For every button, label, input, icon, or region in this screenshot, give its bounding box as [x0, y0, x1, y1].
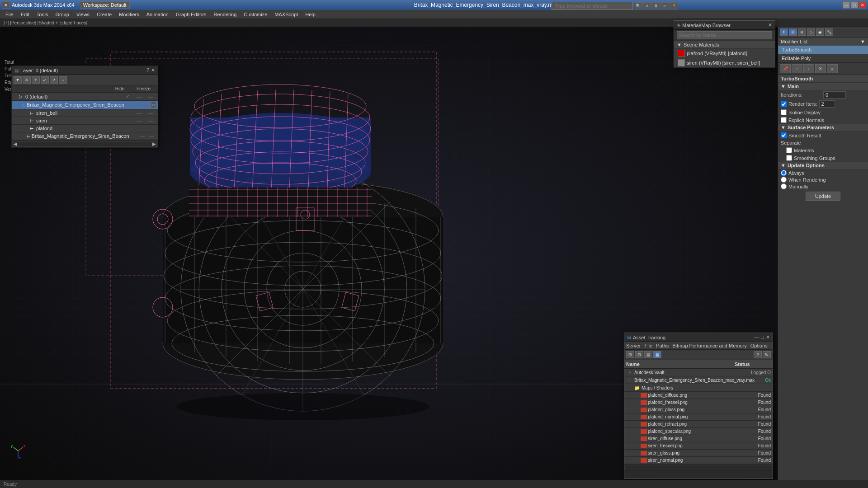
layers-scroll-left[interactable]: ◀ [14, 141, 17, 146]
workspace-selector[interactable]: Workspace: Default [80, 1, 130, 9]
rp-modify-icon[interactable]: ⚙ [789, 28, 797, 36]
mod-up-btn[interactable]: ↑ [792, 64, 802, 73]
menu-edit[interactable]: Edit [17, 11, 33, 18]
render-iters-checkbox[interactable] [781, 101, 787, 107]
layer-row-2[interactable]: ⊢ siren_bell — — [12, 109, 158, 117]
render-iters-input[interactable] [819, 100, 835, 108]
mod-down-btn[interactable]: ↓ [803, 64, 814, 73]
layers-scrollbar-track[interactable] [17, 142, 152, 146]
asset-row-map-2[interactable]: plafond_gloss.png Found [624, 406, 773, 413]
smooth-result-checkbox[interactable] [781, 132, 787, 138]
menu-create[interactable]: Create [93, 11, 115, 18]
layers-scroll-right[interactable]: ▶ [152, 141, 156, 146]
layer-row-1[interactable]: ⊞ Britax_Magnetic_Emergency_Siren_Beacon… [12, 101, 158, 109]
rp-utilities-icon[interactable]: 🔧 [825, 28, 833, 36]
update-button[interactable]: Update [806, 192, 840, 201]
asset-menu-paths[interactable]: Paths [656, 343, 669, 348]
menu-tools[interactable]: Tools [33, 11, 52, 18]
layer-row-0[interactable]: ▷ 0 (default) ✓ — — [12, 93, 158, 101]
search-button[interactable]: 🔍 [634, 2, 642, 9]
mat-close-btn[interactable]: ✕ [768, 22, 772, 28]
menu-file[interactable]: File [2, 11, 17, 18]
modifier-item-turbosmooth[interactable]: TurboSmooth [778, 46, 868, 54]
asset-scrollbar[interactable] [624, 464, 773, 470]
mat-item-plafond[interactable]: plafond (VRayMtl) [plafond] [674, 49, 775, 58]
asset-row-map-3[interactable]: plafond_normal.png Found [624, 413, 773, 421]
search-opt2[interactable]: ⚙ [652, 2, 660, 9]
asset-menu-bitmap[interactable]: Bitmap Performance and Memory [672, 343, 746, 348]
maximize-button[interactable]: □ [851, 1, 858, 9]
asset-row-map-1[interactable]: plafond_fresnel.png Found [624, 399, 773, 406]
asset-menu-file[interactable]: File [644, 343, 652, 348]
menu-modifiers[interactable]: Modifiers [115, 11, 143, 18]
mod-del-btn[interactable]: ✕ [815, 64, 826, 73]
rp-hierarchy-icon[interactable]: ⊕ [798, 28, 806, 36]
menu-customize[interactable]: Customize [240, 11, 271, 18]
mat-search-input[interactable] [677, 31, 772, 39]
layers-tb-btn-0[interactable]: ▼ [14, 76, 22, 84]
always-radio[interactable] [781, 170, 787, 176]
asset-row-map-9[interactable]: siren_normal.png Found [624, 457, 773, 464]
menu-group[interactable]: Group [52, 11, 73, 18]
menu-graph-editors[interactable]: Graph Editors [172, 11, 210, 18]
layers-tb-btn-2[interactable]: + [32, 76, 40, 84]
layer-1-expand-btn[interactable]: □ [151, 102, 156, 108]
asset-max-btn[interactable]: □ [761, 334, 764, 340]
rp-motion-icon[interactable]: ▷ [807, 28, 815, 36]
surface-section-header[interactable]: ▼ Surface Parameters [778, 124, 868, 131]
asset-row-file[interactable]: □ Britax_Magnetic_Emergency_Siren_Beacon… [624, 376, 773, 384]
materials-checkbox[interactable] [786, 147, 792, 153]
search-help[interactable]: ? [670, 2, 678, 9]
app-icon[interactable]: ★ [2, 1, 10, 9]
asset-tb-refresh[interactable]: ↻ [763, 351, 771, 358]
asset-menu-options[interactable]: Options [750, 343, 768, 348]
iterations-input[interactable] [823, 91, 846, 99]
explicit-normals-checkbox[interactable] [781, 117, 787, 123]
layer-row-3[interactable]: ⊢ siren — — [12, 117, 158, 125]
asset-row-map-7[interactable]: siren_fresnel.png Found [624, 442, 773, 450]
asset-tb-btn-0[interactable]: ⊞ [626, 351, 634, 358]
mod-config-btn[interactable]: ≡ [827, 64, 838, 73]
minimize-button[interactable]: — [843, 1, 850, 9]
scene-materials-header[interactable]: ▼ Scene Materials [674, 41, 775, 49]
modifier-item-editable-poly[interactable]: Editable Poly [778, 54, 868, 63]
asset-row-maps-folder[interactable]: 📁 Maps / Shaders [624, 384, 773, 392]
menu-maxscript[interactable]: MAXScript [271, 11, 302, 18]
search-input[interactable] [552, 2, 633, 10]
mod-pin-btn[interactable]: 📌 [780, 64, 791, 73]
layers-close-btn[interactable]: ✕ [151, 67, 155, 73]
asset-tb-help[interactable]: ? [754, 351, 762, 358]
asset-row-map-6[interactable]: siren_diffuse.png Found [624, 435, 773, 442]
mat-item-siren[interactable]: siren (VRayMtl) [siren, siren_bell] [674, 58, 775, 68]
search-opt3[interactable]: ↩ [661, 2, 669, 9]
rp-create-icon[interactable]: ✦ [780, 28, 788, 36]
smoothing-groups-checkbox[interactable] [786, 155, 792, 161]
menu-animation[interactable]: Animation [143, 11, 172, 18]
isoline-checkbox[interactable] [781, 109, 787, 115]
asset-row-vault[interactable]: ○ Autodesk Vault Logged O [624, 369, 773, 376]
layers-tb-btn-4[interactable]: ↗ [50, 76, 58, 84]
modifier-dropdown-arrow[interactable]: ▼ [860, 39, 865, 44]
asset-row-map-4[interactable]: plafond_refract.png Found [624, 421, 773, 428]
asset-menu-server[interactable]: Server [626, 343, 641, 348]
asset-row-map-0[interactable]: plafond_diffuse.png Found [624, 392, 773, 399]
asset-tb-btn-2[interactable]: ▤ [644, 351, 652, 358]
close-button[interactable]: ✕ [859, 1, 866, 9]
layer-row-4[interactable]: ⊢ plafond — — [12, 125, 158, 132]
layers-scroll-bar[interactable]: ◀ ▶ [12, 140, 158, 147]
layers-help-btn[interactable]: ? [146, 67, 149, 73]
asset-tb-btn-1[interactable]: ⊟ [635, 351, 643, 358]
when-rendering-radio[interactable] [781, 177, 787, 183]
asset-scrollbar-track[interactable] [625, 465, 772, 470]
asset-row-map-8[interactable]: siren_gloss.png Found [624, 450, 773, 457]
menu-views[interactable]: Views [73, 11, 93, 18]
rp-display-icon[interactable]: ◉ [816, 28, 824, 36]
asset-tb-btn-3[interactable]: ▦ [653, 351, 661, 358]
layers-tb-btn-3[interactable]: ↙ [41, 76, 49, 84]
layer-row-5[interactable]: ⊢ Britax_Magnetic_Emergency_Siren_Beacon… [12, 132, 158, 140]
menu-rendering[interactable]: Rendering [210, 11, 241, 18]
layers-tb-btn-1[interactable]: ✕ [23, 76, 31, 84]
main-section-header[interactable]: ▼ Main [778, 83, 868, 90]
layers-tb-btn-5[interactable]: → [59, 76, 67, 84]
asset-close-btn[interactable]: ✕ [766, 334, 770, 340]
